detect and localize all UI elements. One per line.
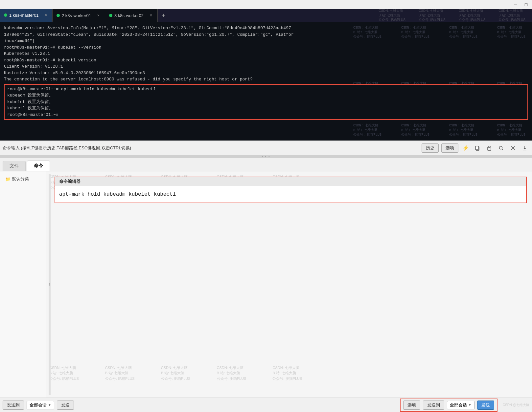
panel-bottom-right-group: 选项 发送到 全部会话 ▼ 发送 [400, 399, 497, 412]
chevron-down-icon-right: ▼ [468, 403, 472, 407]
tab-status-dot-2 [57, 14, 60, 17]
category-label: 默认分类 [12, 176, 29, 182]
send-to-button-right[interactable]: 发送到 [423, 401, 444, 410]
drag-divider[interactable]: • • • [0, 155, 532, 158]
tab-watermark-4: CSDN: 七维大脑 B 站: 七维大脑 公众号: 肥猫PLUS [498, 9, 525, 22]
wm-br4: CSDN: 七维大脑B 站: 七维大脑公众号: 肥猫PLUS [497, 123, 525, 137]
terminal-line-2: 1879eb4f23", GitTreeState:"clean", Build… [4, 32, 528, 38]
svg-line-5 [502, 149, 503, 150]
tab-label-1: 1 k8s-master01 [9, 13, 39, 18]
drag-handle: • • • [262, 155, 270, 159]
terminal-hl-line-1: root@k8s-master01:~# apt-mark hold kubea… [7, 86, 525, 93]
tab-add-button[interactable]: + [158, 12, 169, 19]
chevron-down-icon-left: ▼ [48, 403, 51, 407]
terminal-line-1: kubeadm version: &version.Info{Major:"1"… [4, 25, 528, 32]
category-item-default[interactable]: 📁 默认分类 [3, 174, 43, 184]
svg-rect-3 [488, 146, 490, 147]
tab-watermark-2: CSDN: 七维大脑 B 站: 七维大脑 公众号: 肥猫PLUS [419, 9, 446, 22]
tab-k8s-worker01[interactable]: 2 k8s-worker01 × [53, 9, 105, 22]
tab-close-3[interactable]: × [149, 12, 153, 18]
panel-content-area: CSDN: 七维大脑B 站: 七维大脑公众号: 肥猫PLUS CSDN: 七维大… [0, 171, 532, 398]
all-sessions-dropdown-right[interactable]: 全部会话 ▼ [447, 401, 474, 409]
svg-point-6 [512, 147, 514, 149]
tab-status-dot-1 [4, 13, 7, 17]
tab-close-1[interactable]: × [43, 12, 48, 18]
search-icon[interactable] [497, 143, 506, 153]
terminal-line-6: root@k8s-master01:~# kubectl version [4, 57, 528, 64]
download-icon[interactable] [520, 143, 529, 153]
all-sessions-dropdown-left[interactable]: 全部会话 ▼ [27, 401, 54, 409]
tab-bar: 1 k8s-master01 × 2 k8s-worker01 × 3 k8s-… [0, 9, 532, 22]
send-button-right[interactable]: 发送 [477, 401, 494, 410]
bottom-panel: 文件 命令 CSDN: 七维大脑B 站: 七维大脑公众号: 肥猫PLUS CSD… [0, 158, 532, 412]
copy-icon[interactable] [473, 143, 482, 153]
tab-status-dot-3 [109, 14, 112, 17]
title-bar: ─ □ [0, 0, 532, 9]
panel-bottom-bar: 发送到 全部会话 ▼ 发送 选项 发送到 全部会话 ▼ 发送 CSDN @七维大… [0, 398, 532, 412]
cmd-input-bar: 命令输入 (按ALT键提示历史,TAB键路径,ESC键返回,双击CTRL切换) … [0, 141, 532, 155]
tab-label-2: 2 k8s-worker01 [62, 13, 91, 18]
cmd-input-label: 命令输入 (按ALT键提示历史,TAB键路径,ESC键返回,双击CTRL切换) [3, 145, 419, 151]
maximize-button[interactable]: □ [523, 1, 529, 8]
all-sessions-label-left: 全部会话 [30, 402, 47, 408]
cmd-editor-content[interactable]: apt-mark hold kubeadm kubelet kubectl [55, 186, 526, 203]
wm-br1: CSDN: 七维大脑B 站: 七维大脑公众号: 肥猫PLUS [353, 123, 382, 137]
terminal-line-5: Kubernetes v1.28.1 [4, 51, 528, 57]
folder-icon: 📁 [5, 177, 11, 182]
options-button[interactable]: 选项 [441, 143, 458, 153]
tab-file[interactable]: 文件 [3, 161, 26, 171]
tab-label-3: 3 k8s-worker02 [114, 13, 144, 18]
send-to-button-left[interactable]: 发送到 [3, 401, 24, 410]
send-button-left[interactable]: 发送 [57, 401, 74, 410]
settings-icon[interactable] [508, 143, 518, 153]
terminal-line-7: Client Version: v1.28.1 [4, 63, 528, 70]
cmd-editor-panel: 命令编辑器 apt-mark hold kubeadm kubelet kube… [55, 177, 527, 203]
options-button-right[interactable]: 选项 [403, 401, 420, 410]
history-button[interactable]: 历史 [422, 143, 439, 153]
terminal-line-8: Kustomize Version: v5.0.4-0.202306011659… [4, 70, 528, 76]
terminal-hl-line-2: kubeadm 设置为保留。 [7, 92, 525, 99]
terminal-hl-line-4: kubectl 设置为保留。 [7, 105, 525, 112]
wm-br3: CSDN: 七维大脑B 站: 七维大脑公众号: 肥猫PLUS [449, 123, 477, 137]
terminal-line-9: The connection to the server localhost:8… [4, 76, 528, 83]
minimize-button[interactable]: ─ [512, 1, 519, 8]
paste-icon[interactable] [485, 143, 494, 153]
terminal-hl-line-5: root@k8s-master01:~# [7, 112, 525, 118]
cmd-editor-header: 命令编辑器 [55, 177, 526, 186]
tab-watermark-1: CSDN: 七维大脑 B 站: 七维大脑 公众号: 肥猫PLUS [379, 9, 405, 22]
terminal-line-3: inux/amd64"} [4, 38, 528, 44]
vertical-drag-handle[interactable]: ••• [49, 174, 51, 395]
tab-watermark-3: CSDN: 七维大脑 B 站: 七维大脑 公众号: 肥猫PLUS [459, 9, 486, 22]
all-sessions-label-right: 全部会话 [450, 402, 467, 408]
terminal-hl-line-3: kubelet 设置为保留。 [7, 99, 525, 105]
terminal-line-4: root@k8s-master01:~# kubelet --version [4, 44, 528, 51]
lightning-icon[interactable]: ⚡ [461, 143, 470, 153]
category-sidebar: 📁 默认分类 [0, 171, 46, 398]
tab-close-2[interactable]: × [96, 12, 101, 18]
terminal-output: CSDN: 七维大脑B 站: 七维大脑公众号: 肥猫PLUS CSDN: 七维大… [0, 22, 532, 141]
tab-k8s-master01[interactable]: 1 k8s-master01 × [0, 9, 53, 22]
wm-br2: CSDN: 七维大脑B 站: 七维大脑公众号: 肥猫PLUS [401, 123, 429, 137]
tab-command[interactable]: 命令 [27, 161, 50, 171]
svg-rect-1 [475, 146, 478, 150]
svg-point-4 [499, 146, 502, 149]
tab-k8s-worker02[interactable]: 3 k8s-worker02 × [105, 9, 158, 22]
wm-bottom: CSDN @七维大脑 [503, 403, 529, 407]
terminal-highlight-block: root@k8s-master01:~# apt-mark hold kubea… [4, 84, 528, 120]
panel-tab-bar: 文件 命令 [0, 158, 532, 171]
terminal-content: kubeadm version: &version.Info{Major:"1"… [4, 25, 528, 120]
